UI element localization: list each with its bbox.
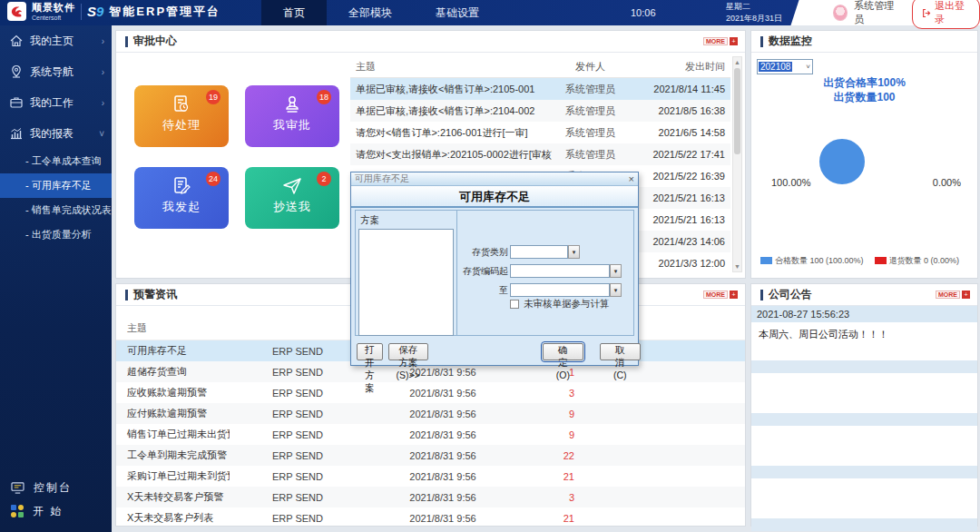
console-icon <box>11 482 24 494</box>
chart-legend: 合格数量 100 (100.00%) 退货数量 0 (0.00%) <box>760 255 959 267</box>
scroll-down-icon[interactable]: ▼ <box>733 261 741 271</box>
sidebar-subitem[interactable]: 出货质量分析 <box>0 222 112 247</box>
sidebar-item-work[interactable]: 我的工作 › <box>0 87 112 118</box>
scroll-up-icon[interactable]: ▲ <box>733 57 741 67</box>
row-subject: 销售订单已过期未出货预警 <box>116 428 230 441</box>
tile-label: 抄送我 <box>245 199 339 215</box>
row-subject: X天未转交易客户预警 <box>116 490 230 504</box>
code-from-label: 存货编码起 <box>457 265 508 278</box>
period-dropdown[interactable]: 202108 ˅ <box>757 59 813 74</box>
briefcase-icon <box>9 95 24 110</box>
alert-row[interactable]: 销售订单已过期未出货预警 ERP SEND 2021/8/31 9:56 9 <box>116 424 745 445</box>
start-button[interactable]: 开 始 <box>0 499 112 523</box>
code-to-input[interactable] <box>510 283 610 297</box>
top-nav-item[interactable]: 基础设置 <box>414 0 501 25</box>
alert-row[interactable]: 采购订单已过期未到货预警 ERP SEND 2021/8/31 9:56 21 <box>116 466 745 487</box>
row-subject: 采购订单已过期未到货预警 <box>116 469 230 483</box>
top-nav-item[interactable]: 全部模块 <box>327 0 414 25</box>
row-time: 2021/5/22 17:41 <box>629 149 730 160</box>
row-sender: 系统管理员 <box>552 126 629 140</box>
col-sender: 发件人 <box>552 60 629 74</box>
brand-name-en: Centersoft <box>32 15 75 21</box>
pass-rate-text: 出货合格率100% <box>751 75 977 91</box>
alert-row[interactable]: 应付账款逾期预警 ERP SEND 2021/8/31 9:56 9 <box>116 403 745 424</box>
row-time: 2021/5/21 16:13 <box>629 214 730 225</box>
donut-left-label: 100.00% <box>771 177 810 188</box>
tile-initiated-by-me[interactable]: 我发起 24 <box>134 167 229 229</box>
chart-icon <box>9 126 24 141</box>
alert-row[interactable]: X天未交易客户列表 ERP SEND 2021/8/31 9:56 21 <box>116 507 745 528</box>
row-sender: ERP SEND <box>230 492 366 503</box>
sidebar-subitem[interactable]: 工令单成本查询 <box>0 149 112 173</box>
notice-row-divider <box>751 466 977 478</box>
available-stock-dialog: 可用库存不足 × 可用库存不足 方案 存货类别 ▾ 存货编码起 ▾ 至 ▾ <box>350 172 639 366</box>
chevron-right-icon: › <box>102 36 104 46</box>
row-time: 2021/5/22 16:39 <box>629 171 730 182</box>
notice-text[interactable]: 本周六、周日公司活动！！！ <box>751 322 977 355</box>
category-dropdown-button[interactable]: ▾ <box>568 245 580 259</box>
plan-label: 方案 <box>360 214 454 227</box>
logout-button[interactable]: 退出登录 <box>912 0 980 29</box>
clock-time: 10:06 <box>631 7 656 18</box>
row-sender: 系统管理员 <box>552 83 629 96</box>
tile-cc-to-me[interactable]: 抄送我 2 <box>245 167 339 229</box>
unaudited-checkbox[interactable] <box>510 300 519 309</box>
row-sender: ERP SEND <box>230 409 366 419</box>
console-label: 控制台 <box>34 480 72 496</box>
row-subject: 单据已审核,请接收<销售订单>:2105-001 <box>350 83 552 96</box>
period-value: 202108 <box>759 62 792 72</box>
save-plan-button[interactable]: 保存方案(S)>> <box>388 343 428 360</box>
approval-row[interactable]: 单据已审核,请接收<销售订单>:2105-001 系统管理员 2021/8/14… <box>350 78 730 100</box>
alert-row[interactable]: X天未转交易客户预警 ERP SEND 2021/8/31 9:56 3 <box>116 487 745 507</box>
row-time: 2021/8/5 16:38 <box>629 105 730 116</box>
user-avatar[interactable] <box>833 5 848 21</box>
open-plan-button[interactable]: 打开方案 <box>357 343 383 360</box>
notice-row-divider <box>751 518 977 531</box>
sidebar-item-navigation[interactable]: 系统导航 › <box>0 56 112 87</box>
row-time: 2021/8/31 9:56 <box>366 513 520 524</box>
tile-badge: 19 <box>206 90 220 104</box>
row-count: 21 <box>520 471 574 482</box>
close-icon[interactable]: × <box>629 174 634 184</box>
legend-return: 退货数量 0 (0.00%) <box>875 255 960 267</box>
alert-row[interactable]: 工令单到期未完成预警 ERP SEND 2021/8/31 9:56 22 <box>116 445 745 466</box>
sidebar-item-reports[interactable]: 我的报表 ˅ <box>0 118 112 149</box>
category-input[interactable] <box>510 245 568 259</box>
product-name: 智能ERP管理平台 <box>109 4 220 20</box>
tile-pending[interactable]: 待处理 19 <box>134 85 229 147</box>
row-subject: 应收账款逾期预警 <box>116 386 230 399</box>
row-time: 2021/8/31 9:56 <box>366 367 520 378</box>
approval-more-button[interactable]: MORE + <box>703 37 738 45</box>
row-time: 2021/6/5 14:58 <box>629 127 730 138</box>
sidebar-subitem[interactable]: 销售单完成状况表 <box>0 198 112 222</box>
code-to-dropdown-button[interactable]: ▾ <box>610 283 622 297</box>
code-from-input[interactable] <box>510 264 610 278</box>
sidebar-subitem[interactable]: 可用库存不足 <box>0 173 112 198</box>
row-sender: 系统管理员 <box>552 104 629 118</box>
row-count: 3 <box>520 388 574 399</box>
ok-button[interactable]: 确定(O) <box>543 343 583 360</box>
notice-row-divider <box>751 413 977 426</box>
sidebar-item-label: 我的主页 <box>30 34 102 49</box>
approval-scrollbar[interactable]: ▲ ▼ <box>732 56 742 272</box>
alert-row[interactable]: 应收账款逾期预警 ERP SEND 2021/8/31 9:56 3 <box>116 382 745 403</box>
row-time: 2021/8/31 9:56 <box>366 450 520 461</box>
approval-row[interactable]: 请您对<销售订单>:2106-001进行[一审] 系统管理员 2021/6/5 … <box>350 122 730 143</box>
logout-label: 退出登录 <box>935 0 970 26</box>
scroll-thumb[interactable] <box>734 68 740 154</box>
notice-more-button[interactable]: MORE + <box>936 291 970 299</box>
sidebar-item-home[interactable]: 我的主页 › <box>0 25 112 56</box>
tile-my-approvals[interactable]: 我审批 18 <box>245 85 339 147</box>
approval-row[interactable]: 请您对<支出报销单>:202105-0002进行[审核] 系统管理员 2021/… <box>350 143 730 165</box>
donut-chart <box>819 139 865 184</box>
approval-row[interactable]: 单据已审核,请接收<销售订单>:2104-002 系统管理员 2021/8/5 … <box>350 100 730 122</box>
cancel-button[interactable]: 取消(C) <box>600 343 641 360</box>
console-button[interactable]: 控制台 <box>0 476 112 499</box>
alerts-more-button[interactable]: MORE + <box>703 291 738 299</box>
plan-listbox[interactable] <box>358 229 454 336</box>
code-from-dropdown-button[interactable]: ▾ <box>610 264 622 278</box>
top-nav-item[interactable]: 首页 <box>261 0 327 25</box>
tile-label: 待处理 <box>134 117 229 133</box>
sidebar: 我的主页 › 系统导航 › 我的工作 › 我的报表 ˅ 工令单成本查询可用库存不… <box>0 25 112 532</box>
row-time: 2021/8/31 9:56 <box>366 429 520 440</box>
